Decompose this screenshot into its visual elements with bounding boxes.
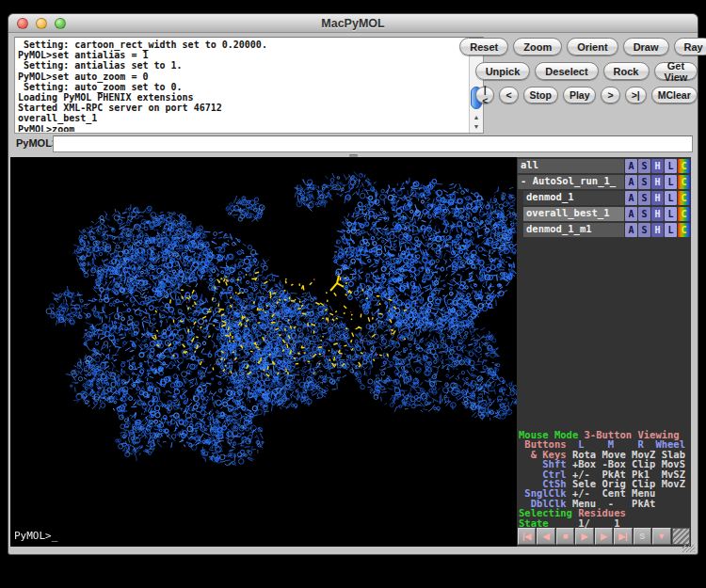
command-prompt-label: PyMOL> <box>16 137 57 149</box>
vcr-scene-button[interactable]: S <box>634 528 651 545</box>
object-name[interactable]: denmod_1 <box>523 191 624 205</box>
console-log: Setting: cartoon_rect_width set to 0.200… <box>18 40 467 132</box>
toolbar-button-reset[interactable]: Reset <box>459 38 508 56</box>
vcr-rewind-button[interactable]: |◀ <box>518 528 536 545</box>
object-name[interactable]: - AutoSol_run_1_ <box>518 175 624 189</box>
vcr-forward-button[interactable]: ▶ <box>595 528 613 545</box>
toolbar-button-play[interactable]: Play <box>563 87 597 103</box>
console-line: PyMOL>zoom <box>18 124 467 132</box>
console-output: Setting: cartoon_rect_width set to 0.200… <box>14 37 484 134</box>
object-name[interactable]: denmod_1_m1 <box>523 223 624 237</box>
object-c-menu-button[interactable]: C <box>678 207 690 221</box>
toolbar-button-getview[interactable]: Get View <box>654 62 698 80</box>
scroll-up-icon[interactable]: ▲ <box>470 113 483 121</box>
main-area: PyMOL>_ allASHLC- AutoSol_run_1_ASHLCden… <box>10 157 698 547</box>
object-l-menu-button[interactable]: L <box>665 223 677 237</box>
object-l-menu-button[interactable]: L <box>665 175 677 189</box>
console-line: overall_best_1 <box>18 113 467 123</box>
vcr-play-button[interactable]: ▶ <box>575 528 593 545</box>
object-h-menu-button[interactable]: H <box>651 191 664 205</box>
object-l-menu-button[interactable]: L <box>665 207 677 221</box>
vcr-menu-button[interactable]: ▼ <box>652 528 670 545</box>
vcr-end-button[interactable]: ▶| <box>614 528 632 545</box>
toolbar-button-unpick[interactable]: Unpick <box>475 62 531 80</box>
object-a-menu-button[interactable]: A <box>625 223 637 237</box>
object-l-menu-button[interactable]: L <box>665 159 677 173</box>
viewport-prompt: PyMOL>_ <box>14 530 57 542</box>
toolbar-button-[interactable]: < <box>499 87 518 103</box>
toolbar-row-3: |<<StopPlay>>|MClear <box>477 87 696 103</box>
vcr-back-button[interactable]: ◀ <box>537 528 554 545</box>
zoom-button[interactable] <box>55 18 66 29</box>
console-line: Setting: auto_zoom set to 0. <box>18 82 467 92</box>
object-row: overall_best_1ASHLC <box>517 206 691 221</box>
window-resize-grip[interactable] <box>682 545 695 552</box>
object-h-menu-button[interactable]: H <box>651 159 664 173</box>
console-line: Setting: cartoon_rect_width set to 0.200… <box>18 40 467 50</box>
vcr-stop-button[interactable]: ■ <box>556 528 574 545</box>
command-bar: PyMOL> <box>14 135 693 152</box>
object-a-menu-button[interactable]: A <box>625 175 637 189</box>
object-row: allASHLC <box>517 158 691 173</box>
toolbar-button-ray[interactable]: Ray <box>674 38 706 56</box>
console-line: PyMOL>set auto_zoom = 0 <box>18 72 467 82</box>
toolbar-button-draw[interactable]: Draw <box>623 38 669 56</box>
close-button[interactable] <box>17 18 28 29</box>
object-h-menu-button[interactable]: H <box>651 223 664 237</box>
console-line: Started XML-RPC server on port 46712 <box>18 103 467 113</box>
object-s-menu-button[interactable]: S <box>638 207 650 221</box>
console-line: Loading PyMOL PHENIX extensions <box>18 92 467 103</box>
object-c-menu-button[interactable]: C <box>678 191 690 205</box>
side-panel: allASHLC- AutoSol_run_1_ASHLCdenmod_1ASH… <box>517 157 691 547</box>
toolbar-button-orient[interactable]: Orient <box>567 38 618 56</box>
object-c-menu-button[interactable]: C <box>678 223 690 237</box>
object-s-menu-button[interactable]: S <box>638 159 650 173</box>
toolbar-button-stop[interactable]: Stop <box>523 87 558 103</box>
object-row: denmod_1_m1ASHLC <box>517 222 691 237</box>
toolbar-button-[interactable]: >| <box>625 87 647 103</box>
object-list: allASHLC- AutoSol_run_1_ASHLCdenmod_1ASH… <box>517 158 691 238</box>
object-name[interactable]: overall_best_1 <box>523 207 624 221</box>
viewport-3d[interactable]: PyMOL>_ <box>10 157 517 547</box>
vcr-bar: |◀◀■▶▶▶|S▼ <box>518 528 690 545</box>
object-s-menu-button[interactable]: S <box>638 191 650 205</box>
console-line: PyMOL>set antialias = 1 <box>18 50 467 60</box>
toolbar-button-rock[interactable]: Rock <box>603 62 650 80</box>
toolbar-button-deselect[interactable]: Deselect <box>535 62 598 80</box>
window-title: MacPyMOL <box>8 14 698 33</box>
object-a-menu-button[interactable]: A <box>625 159 637 173</box>
toolbar-row-2: UnpickDeselectRockGet View <box>477 62 696 80</box>
object-name[interactable]: all <box>518 159 624 173</box>
object-a-menu-button[interactable]: A <box>625 207 637 221</box>
toolbar-button-[interactable]: > <box>601 87 619 103</box>
object-s-menu-button[interactable]: S <box>638 223 650 237</box>
object-row: denmod_1ASHLC <box>517 190 691 205</box>
object-row: - AutoSol_run_1_ASHLC <box>517 174 691 189</box>
object-s-menu-button[interactable]: S <box>638 175 650 189</box>
object-h-menu-button[interactable]: H <box>651 175 664 189</box>
toolbar-row-1: ResetZoomOrientDrawRay <box>477 38 696 56</box>
toolbar-button-[interactable]: |< <box>475 87 494 103</box>
object-h-menu-button[interactable]: H <box>651 207 664 221</box>
toolbar: ResetZoomOrientDrawRay UnpickDeselectRoc… <box>477 38 696 110</box>
minimize-button[interactable] <box>36 18 47 29</box>
object-c-menu-button[interactable]: C <box>678 159 690 173</box>
command-input[interactable] <box>53 135 693 152</box>
object-c-menu-button[interactable]: C <box>678 175 690 189</box>
toolbar-button-zoom[interactable]: Zoom <box>513 38 562 56</box>
toolbar-button-mclear[interactable]: MClear <box>651 87 698 103</box>
mouse-panel-line: State 1/ 1 <box>519 518 691 528</box>
panel-resize-grip[interactable] <box>672 528 690 545</box>
traffic-lights <box>17 18 66 29</box>
title-bar[interactable]: MacPyMOL <box>8 14 698 33</box>
object-l-menu-button[interactable]: L <box>665 191 677 205</box>
object-a-menu-button[interactable]: A <box>625 191 637 205</box>
macpymol-window: MacPyMOL Setting: cartoon_rect_width set… <box>8 13 698 555</box>
viewport-canvas[interactable] <box>10 157 517 547</box>
scroll-down-icon[interactable]: ▼ <box>470 122 483 131</box>
mouse-panel: Mouse Mode 3-Button Viewing Buttons L M … <box>519 430 691 528</box>
console-line: Setting: antialias set to 1. <box>18 60 467 71</box>
